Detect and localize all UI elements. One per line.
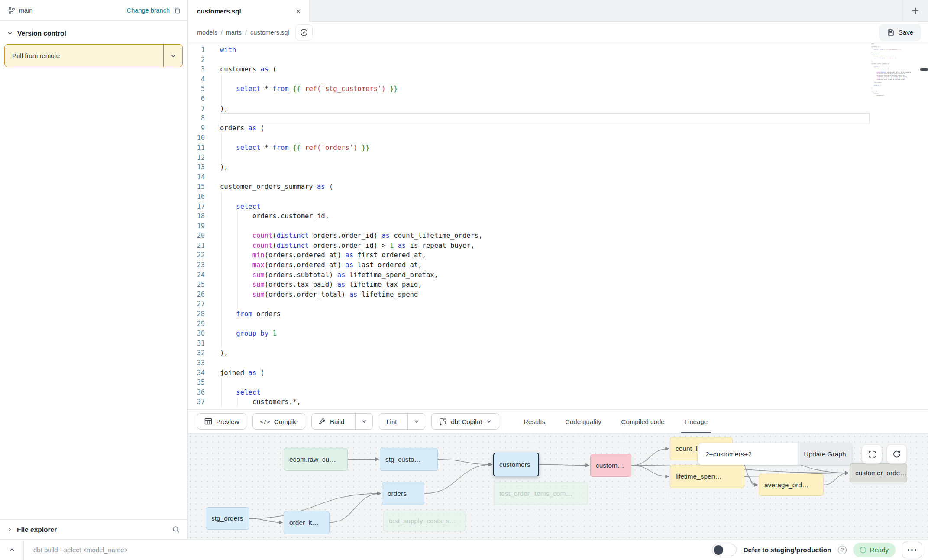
- lineage-node-raw_customers[interactable]: ecom.raw_cu…: [284, 448, 348, 471]
- preview-button[interactable]: Preview: [197, 413, 246, 430]
- scrollbar-thumb[interactable]: [920, 68, 928, 71]
- explorer-compass-button[interactable]: [295, 24, 313, 41]
- code-lines[interactable]: withcustomers as ( select * from {{ ref(…: [220, 45, 870, 407]
- branch-name: main: [19, 7, 32, 14]
- lineage-node-orders[interactable]: orders: [382, 482, 424, 505]
- sidebar: main Change branch Version control Pull …: [0, 0, 188, 539]
- lineage-node-customers[interactable]: customers: [493, 453, 539, 476]
- code-line[interactable]: [220, 55, 870, 65]
- code-line[interactable]: [220, 299, 870, 309]
- defer-toggle[interactable]: [712, 544, 737, 556]
- tab-lineage[interactable]: Lineage: [685, 410, 708, 434]
- code-line[interactable]: [220, 94, 870, 104]
- pull-from-remote-button[interactable]: Pull from remote: [4, 44, 183, 67]
- help-icon[interactable]: ?: [838, 546, 847, 554]
- lineage-selector-input[interactable]: 2+customers+2: [698, 443, 798, 465]
- lint-button[interactable]: Lint: [379, 414, 404, 429]
- code-line[interactable]: [220, 74, 870, 84]
- build-options-caret[interactable]: [355, 414, 372, 429]
- code-line[interactable]: [220, 133, 870, 143]
- code-line[interactable]: from orders: [220, 309, 870, 319]
- code-line[interactable]: [220, 113, 870, 123]
- indent-guide: [221, 260, 222, 270]
- code-line[interactable]: ),: [220, 348, 870, 358]
- close-icon[interactable]: [295, 8, 301, 14]
- new-tab-button[interactable]: [906, 3, 925, 19]
- breadcrumb-file[interactable]: customers.sql: [250, 29, 289, 36]
- collapse-command-bar[interactable]: [0, 540, 24, 560]
- code-line[interactable]: select: [220, 388, 870, 398]
- code-line[interactable]: customers as (: [220, 65, 870, 74]
- lineage-node-custom[interactable]: custom…: [590, 454, 631, 477]
- refresh-icon-button[interactable]: [886, 444, 907, 464]
- tab-compiled-code[interactable]: Compiled code: [621, 410, 665, 434]
- code-line[interactable]: max(orders.ordered_at) as last_ordered_a…: [220, 260, 870, 270]
- line-number: 30: [188, 329, 219, 339]
- code-line[interactable]: sum(orders.order_total) as lifetime_spen…: [220, 290, 870, 300]
- copilot-label: dbt Copilot: [451, 418, 482, 425]
- code-line[interactable]: [220, 153, 870, 163]
- breadcrumb-marts[interactable]: marts: [226, 29, 242, 36]
- code-line[interactable]: [220, 339, 870, 349]
- code-line[interactable]: joined as (: [220, 368, 870, 378]
- code-line[interactable]: sum(orders.tax_paid) as lifetime_tax_pai…: [220, 280, 870, 290]
- code-line[interactable]: count(distinct orders.order_id) > 1 as i…: [220, 241, 870, 251]
- save-button[interactable]: Save: [879, 24, 921, 41]
- code-line[interactable]: select * from {{ ref('stg_customers') }}: [220, 84, 870, 94]
- dbt-copilot-button[interactable]: dbt Copilot: [431, 413, 499, 430]
- breadcrumb-models[interactable]: models: [197, 29, 217, 36]
- more-options-button[interactable]: [902, 542, 922, 558]
- code-editor[interactable]: 1234567891011121314151617181920212223242…: [188, 43, 928, 409]
- lineage-node-average_order[interactable]: average_ord…: [759, 474, 824, 496]
- line-number: 29: [188, 319, 219, 329]
- lineage-node-test_order_items[interactable]: test_order_items_com…: [494, 482, 588, 505]
- indent-guide: [221, 133, 222, 143]
- code-line[interactable]: group by 1: [220, 329, 870, 339]
- code-line[interactable]: orders.customer_id,: [220, 211, 870, 221]
- lint-options-caret[interactable]: [407, 414, 425, 429]
- code-line[interactable]: select * from {{ ref('orders') }}: [220, 143, 870, 153]
- code-line[interactable]: with: [220, 45, 870, 55]
- code-line[interactable]: [220, 221, 870, 231]
- search-icon[interactable]: [172, 525, 180, 534]
- file-explorer-header[interactable]: File explorer: [0, 519, 187, 539]
- lineage-node-lifetime_spend[interactable]: lifetime_spen…: [670, 465, 744, 488]
- update-graph-button[interactable]: Update Graph: [798, 443, 852, 465]
- tab-lineage-label: Lineage: [685, 418, 708, 425]
- code-line[interactable]: [220, 378, 870, 388]
- change-branch-link[interactable]: Change branch: [127, 7, 170, 14]
- code-line[interactable]: [220, 172, 870, 182]
- code-line[interactable]: ),: [220, 104, 870, 114]
- code-line[interactable]: select: [220, 202, 870, 212]
- lineage-node-order_items[interactable]: order_it…: [284, 511, 330, 534]
- lineage-node-stg_orders[interactable]: stg_orders: [206, 507, 249, 530]
- code-line[interactable]: ),: [220, 162, 870, 172]
- compile-button[interactable]: </> Compile: [252, 413, 305, 430]
- lineage-node-test_supply_costs[interactable]: test_supply_costs_s…: [383, 511, 466, 531]
- command-input[interactable]: dbt build --select <model_name>: [33, 546, 712, 554]
- code-line[interactable]: customers.*,: [220, 397, 870, 407]
- tab-code-quality[interactable]: Code quality: [565, 410, 601, 434]
- minimap[interactable]: withcustomers as ( select * from {{ ref(…: [871, 43, 911, 100]
- code-line[interactable]: orders as (: [220, 123, 870, 133]
- copy-icon[interactable]: [173, 6, 181, 14]
- line-number: 12: [188, 153, 219, 163]
- indent-guide: [221, 290, 222, 300]
- code-line[interactable]: customer_orders_summary as (: [220, 182, 870, 192]
- version-control-header[interactable]: Version control: [0, 21, 187, 43]
- code-line[interactable]: sum(orders.subtotal) as lifetime_spend_p…: [220, 270, 870, 280]
- lineage-node-customer_orders[interactable]: customer_orde…: [850, 463, 907, 482]
- code-line[interactable]: [220, 319, 870, 329]
- pull-options-caret[interactable]: [163, 45, 182, 67]
- fullscreen-button[interactable]: [862, 444, 882, 464]
- lineage-canvas[interactable]: ecom.raw_cu…stg_custo…customerscustom…co…: [188, 433, 928, 539]
- tab-results[interactable]: Results: [524, 410, 545, 434]
- code-line[interactable]: count(distinct orders.order_id) as count…: [220, 231, 870, 241]
- breadcrumb[interactable]: models / marts / customers.sql: [197, 29, 289, 36]
- build-button[interactable]: Build: [312, 414, 351, 429]
- lineage-node-stg_customers[interactable]: stg_custo…: [380, 448, 438, 471]
- code-line[interactable]: [220, 192, 870, 202]
- code-line[interactable]: min(orders.ordered_at) as first_ordered_…: [220, 250, 870, 260]
- code-line[interactable]: [220, 358, 870, 368]
- tab-customers-sql[interactable]: customers.sql: [188, 0, 310, 22]
